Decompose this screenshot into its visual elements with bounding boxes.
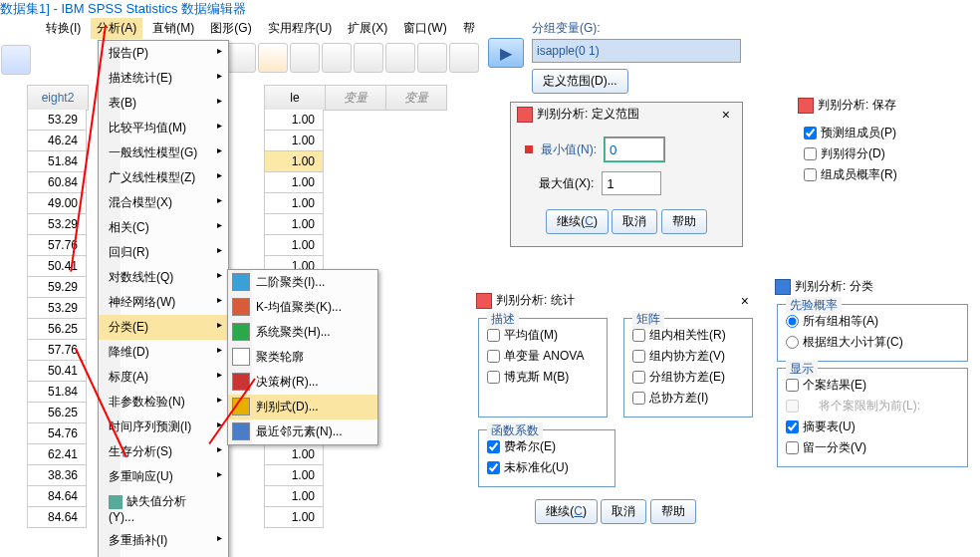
continue-button[interactable]: 继续(C) — [535, 499, 598, 524]
checkbox[interactable] — [804, 147, 817, 160]
cell[interactable]: 1.00 — [264, 151, 324, 172]
radio[interactable] — [786, 315, 799, 328]
checkbox[interactable] — [487, 371, 500, 384]
menu-item[interactable]: 多重响应(U) — [99, 464, 228, 489]
cell[interactable]: 53.29 — [27, 110, 87, 131]
checkbox-row[interactable]: 个案结果(E) — [786, 375, 959, 396]
checkbox-row[interactable]: 将个案限制为前(L): — [786, 396, 959, 417]
submenu-item[interactable]: 最近邻元素(N)... — [228, 419, 377, 444]
menu-item[interactable]: 缺失值分析(Y)... — [99, 489, 228, 528]
toolbar-button[interactable] — [290, 43, 320, 73]
toolbar-button[interactable] — [385, 43, 415, 73]
toolbar-button[interactable] — [226, 43, 256, 73]
checkbox-row[interactable]: 摘要表(U) — [786, 417, 959, 437]
menu-item[interactable]: 相关(C) — [99, 215, 228, 240]
var-header[interactable]: 变量 — [325, 85, 386, 111]
menu-2[interactable]: 直销(M) — [146, 18, 200, 39]
checkbox-row[interactable]: 组内相关性(R) — [632, 325, 744, 346]
checkbox-row[interactable]: 组成员概率(R) — [804, 164, 959, 185]
menu-item[interactable]: 对数线性(Q) — [99, 265, 228, 290]
checkbox-row[interactable]: 判别得分(D) — [804, 143, 959, 164]
cell[interactable]: 46.24 — [27, 131, 87, 151]
checkbox-row[interactable]: 预测组成员(P) — [804, 123, 959, 143]
cell[interactable]: 1.00 — [264, 131, 324, 151]
checkbox-row[interactable]: 留一分类(V) — [786, 437, 959, 458]
cell[interactable]: 59.29 — [27, 277, 87, 298]
var-header[interactable]: 变量 — [385, 85, 447, 111]
checkbox[interactable] — [786, 400, 799, 413]
close-button[interactable]: × — [735, 293, 755, 309]
cell[interactable]: 1.00 — [264, 444, 324, 465]
cell[interactable]: 51.84 — [27, 151, 87, 172]
cell[interactable]: 1.00 — [264, 110, 324, 131]
checkbox-row[interactable]: 组内协方差(V) — [632, 346, 744, 367]
cell[interactable]: 1.00 — [264, 465, 324, 486]
menu-item[interactable]: 神经网络(W) — [99, 290, 228, 315]
checkbox-row[interactable]: 博克斯 M(B) — [487, 367, 599, 388]
cell[interactable]: 54.76 — [27, 423, 87, 444]
checkbox[interactable] — [786, 441, 799, 454]
cell[interactable]: 51.84 — [27, 382, 87, 403]
menu-item[interactable]: 回归(R) — [99, 240, 228, 265]
submenu-item[interactable]: 系统聚类(H)... — [228, 320, 377, 345]
menu-1[interactable]: 分析(A) — [91, 18, 142, 39]
radio-row[interactable]: 所有组相等(A) — [786, 311, 959, 332]
checkbox[interactable] — [786, 420, 799, 433]
menu-item[interactable]: 标度(A) — [99, 365, 228, 390]
cell[interactable]: 84.64 — [27, 486, 87, 507]
radio[interactable] — [786, 336, 799, 349]
checkbox-row[interactable]: 单变量 ANOVA — [487, 346, 599, 367]
cancel-button[interactable]: 取消 — [612, 209, 657, 234]
submenu-item[interactable]: 二阶聚类(I)... — [228, 270, 377, 295]
max-input[interactable] — [602, 171, 661, 195]
submenu-item[interactable]: 聚类轮廓 — [228, 345, 377, 370]
menu-item[interactable]: 非参数检验(N) — [99, 390, 228, 415]
checkbox-row[interactable]: 平均值(M) — [487, 325, 599, 346]
cell[interactable]: 60.84 — [27, 172, 87, 193]
checkbox[interactable] — [804, 127, 817, 139]
cell[interactable]: 1.00 — [264, 507, 324, 528]
close-button[interactable]: × — [716, 107, 736, 123]
checkbox-row[interactable]: 费希尔(E) — [487, 436, 607, 457]
cell[interactable]: 38.36 — [27, 465, 87, 486]
cell[interactable]: 50.41 — [27, 361, 87, 382]
cell[interactable]: 56.25 — [27, 403, 87, 423]
help-button[interactable]: 帮助 — [661, 209, 707, 234]
continue-button[interactable]: 继续(C) — [546, 209, 609, 234]
define-range-button[interactable]: 定义范围(D)... — [532, 69, 628, 94]
checkbox[interactable] — [786, 379, 799, 392]
menu-item[interactable]: 分类(E) — [99, 315, 228, 340]
menu-item[interactable]: 比较平均值(M) — [99, 116, 228, 140]
menu-0[interactable]: 转换(I) — [40, 18, 87, 39]
menu-item[interactable]: 广义线性模型(Z) — [99, 165, 228, 190]
column-header-1[interactable]: eight2 — [27, 85, 89, 111]
toolbar-button[interactable] — [1, 45, 31, 75]
menu-item[interactable]: 时间序列预测(I) — [99, 415, 228, 439]
menu-3[interactable]: 图形(G) — [204, 18, 257, 39]
checkbox-row[interactable]: 总协方差(I) — [632, 388, 744, 409]
checkbox[interactable] — [487, 461, 500, 474]
menu-item[interactable]: 降维(D) — [99, 340, 228, 365]
grouping-var-field[interactable]: isapple(0 1) — [532, 39, 741, 63]
checkbox[interactable] — [487, 440, 500, 453]
radio-row[interactable]: 根据组大小计算(C) — [786, 332, 959, 353]
menu-4[interactable]: 实用程序(U) — [262, 18, 339, 39]
menu-item[interactable]: 复杂抽样(L) — [99, 553, 228, 557]
cancel-button[interactable]: 取消 — [601, 499, 646, 524]
menu-item[interactable]: 一般线性模型(G) — [99, 140, 228, 165]
menu-item[interactable]: 表(B) — [99, 91, 228, 116]
checkbox[interactable] — [632, 329, 645, 342]
menu-item[interactable]: 多重插补(I) — [99, 528, 228, 553]
menu-6[interactable]: 窗口(W) — [397, 18, 452, 39]
move-right-button[interactable]: ▶ — [488, 38, 524, 68]
cell[interactable]: 56.25 — [27, 319, 87, 340]
checkbox[interactable] — [804, 168, 817, 181]
menu-5[interactable]: 扩展(X) — [342, 18, 393, 39]
cell[interactable]: 1.00 — [264, 235, 324, 256]
cell[interactable]: 50.41 — [27, 256, 87, 277]
toolbar-button[interactable] — [354, 43, 383, 73]
checkbox-row[interactable]: 分组协方差(E) — [632, 367, 744, 388]
menu-item[interactable]: 描述统计(E) — [99, 66, 228, 91]
menu-item[interactable]: 报告(P) — [99, 41, 228, 66]
checkbox[interactable] — [632, 392, 645, 405]
